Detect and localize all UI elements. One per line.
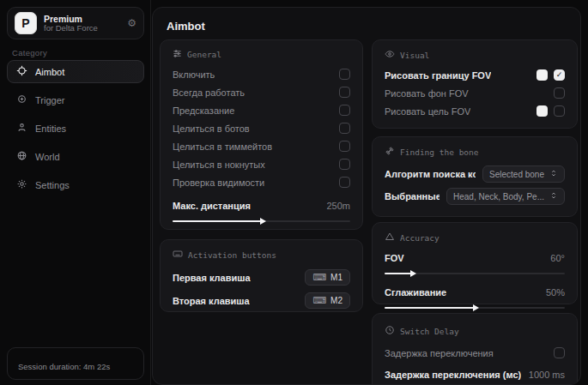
color-swatch[interactable]	[536, 105, 548, 117]
sliders-icon	[173, 49, 182, 60]
sidebar: P Premium for Delta Force ⚙ Category Aim…	[0, 0, 151, 385]
checkbox[interactable]	[554, 105, 565, 117]
card-general: General Включить Всегда работать Предска…	[160, 39, 363, 230]
card-accuracy: Accuracy FOV 60° Сглаживание 50%	[372, 222, 578, 304]
max-distance-value: 250m	[326, 201, 350, 211]
sidebar-item-aimbot[interactable]: Aimbot	[7, 60, 144, 83]
slider-thumb[interactable]	[473, 304, 479, 311]
card-visual-header: Visual	[385, 49, 565, 61]
checkbox[interactable]	[339, 141, 350, 152]
fov-row: FOV 60°	[385, 249, 565, 267]
keybind-row: Вторая клавиша ⌨ M2	[173, 289, 350, 312]
crosshair-icon	[16, 65, 27, 78]
sidebar-item-label: Settings	[35, 180, 70, 190]
brand-title: Premium	[44, 14, 120, 24]
sidebar-item-label: World	[35, 152, 60, 162]
slider-thumb[interactable]	[410, 270, 416, 277]
sidebar-item-entities[interactable]: Entities	[7, 117, 144, 140]
gear-icon	[16, 178, 27, 191]
checkbox[interactable]	[554, 69, 565, 81]
triangle-icon	[385, 232, 395, 244]
bone-row: Алгоритм поиска кости Selected bone	[385, 163, 565, 185]
unfold-icon	[549, 169, 558, 179]
smoothing-row: Сглаживание 50%	[385, 283, 565, 301]
page-title: Aimbot	[167, 20, 205, 33]
app-window: P Premium for Delta Force ⚙ Category Aim…	[0, 0, 588, 385]
setting-row: Всегда работать	[173, 83, 350, 101]
selected-bones-select[interactable]: Head, Neck, Body, Pe...	[446, 188, 565, 205]
trigger-icon	[16, 93, 27, 106]
sidebar-item-label: Entities	[35, 123, 66, 134]
setting-row: Целиться в ботов	[173, 119, 350, 137]
switch-delay-ms-row: Задержка переключения (мс) 1000 ms	[385, 364, 565, 385]
card-switch-delay: Switch Delay Задержка переключения Задер…	[372, 313, 578, 385]
color-swatch[interactable]	[536, 69, 548, 81]
card-general-header: General	[173, 49, 350, 60]
card-finding-bone: Finding the bone Алгоритм поиска кости S…	[372, 136, 578, 217]
session-duration: Session duration: 4m 22s	[7, 347, 144, 380]
key-icon: ⌨	[312, 296, 326, 305]
keybind-button-m1[interactable]: ⌨ M1	[305, 269, 350, 286]
fov-slider[interactable]	[385, 269, 565, 278]
sidebar-item-settings[interactable]: Settings	[7, 173, 144, 196]
brand-subtitle: for Delta Force	[44, 24, 120, 33]
sidebar-item-label: Trigger	[35, 95, 64, 105]
switch-delay-toggle-row: Задержка переключения	[385, 342, 565, 364]
setting-row-max-distance: Макс. дистанция 250m	[173, 196, 350, 214]
checkbox[interactable]	[339, 159, 350, 170]
card-activation-buttons: Activation buttons Первая клавиша ⌨ M1 В…	[160, 239, 363, 312]
clock-icon	[385, 325, 395, 337]
sidebar-item-world[interactable]: World	[7, 145, 144, 168]
checkbox[interactable]	[339, 177, 350, 188]
card-switch-delay-header: Switch Delay	[385, 325, 565, 337]
setting-row: Предсказание	[173, 101, 350, 119]
smoothing-value: 50%	[546, 287, 565, 298]
card-bone-header: Finding the bone	[385, 146, 565, 158]
sidebar-item-trigger[interactable]: Trigger	[7, 88, 144, 111]
bone-row: Выбранные кости Head, Neck, Body, Pe...	[385, 185, 565, 208]
brand-card: P Premium for Delta Force ⚙	[7, 7, 144, 39]
keybind-button-m2[interactable]: ⌨ M2	[305, 292, 350, 309]
card-visual: Visual Рисовать границу FOV Рисовать фон…	[372, 39, 578, 129]
setting-row: Включить	[173, 65, 350, 83]
brand-logo: P	[15, 12, 37, 34]
unfold-icon	[549, 191, 558, 202]
setting-row: Проверка видимости	[173, 173, 350, 191]
switch-delay-value: 1000 ms	[529, 370, 565, 380]
sidebar-nav: Aimbot Trigger Entities World	[7, 60, 144, 196]
brand-settings-gear-icon[interactable]: ⚙	[127, 17, 136, 29]
checkbox[interactable]	[554, 347, 565, 358]
keyboard-icon	[173, 249, 183, 261]
fov-value: 60°	[550, 253, 565, 263]
visual-row: Рисовать цель FOV	[385, 102, 565, 120]
key-icon: ⌨	[312, 273, 326, 282]
category-label: Category	[12, 48, 47, 57]
checkbox[interactable]	[339, 69, 350, 80]
checkbox[interactable]	[554, 87, 565, 99]
checkbox[interactable]	[339, 105, 350, 116]
smoothing-slider[interactable]	[385, 304, 565, 312]
setting-row: Целиться в тиммейтов	[173, 137, 350, 155]
max-distance-slider[interactable]	[173, 217, 350, 226]
visual-row: Рисовать границу FOV	[385, 66, 565, 84]
eye-icon	[385, 49, 395, 61]
card-accuracy-header: Accuracy	[385, 232, 565, 244]
person-icon	[16, 122, 27, 135]
bone-algorithm-select[interactable]: Selected bone	[482, 165, 565, 183]
checkbox[interactable]	[339, 123, 350, 134]
globe-icon	[16, 150, 27, 163]
visual-row: Рисовать фон FOV	[385, 84, 565, 102]
keybind-row: Первая клавиша ⌨ M1	[173, 266, 350, 289]
main-panel: Aimbot General Включить Всегда работать …	[152, 7, 581, 385]
slider-thumb[interactable]	[260, 218, 266, 225]
card-activation-header: Activation buttons	[173, 249, 350, 261]
checkbox[interactable]	[339, 87, 350, 98]
setting-row: Целиться в нокнутых	[173, 155, 350, 173]
sidebar-item-label: Aimbot	[35, 67, 64, 77]
bone-icon	[385, 146, 395, 158]
